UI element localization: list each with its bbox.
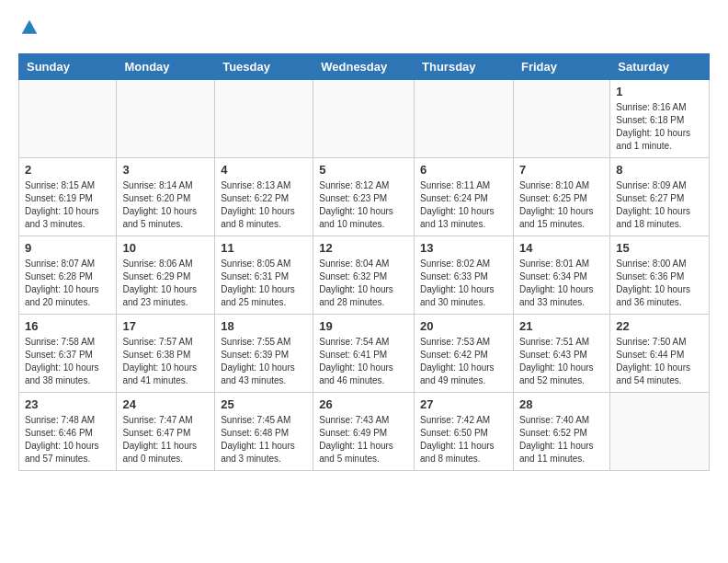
calendar-cell xyxy=(513,80,609,158)
header-sunday: Sunday xyxy=(19,54,117,80)
header-wednesday: Wednesday xyxy=(313,54,415,80)
calendar-week-3: 16Sunrise: 7:58 AM Sunset: 6:37 PM Dayli… xyxy=(19,315,710,393)
day-info: Sunrise: 7:55 AM Sunset: 6:39 PM Dayligh… xyxy=(221,336,307,387)
day-info: Sunrise: 7:40 AM Sunset: 6:52 PM Dayligh… xyxy=(519,414,604,465)
day-info: Sunrise: 7:51 AM Sunset: 6:43 PM Dayligh… xyxy=(519,336,604,387)
day-number: 18 xyxy=(221,319,307,333)
day-info: Sunrise: 7:54 AM Sunset: 6:41 PM Dayligh… xyxy=(319,336,408,387)
day-info: Sunrise: 8:05 AM Sunset: 6:31 PM Dayligh… xyxy=(221,258,307,309)
day-number: 24 xyxy=(122,397,209,411)
calendar-cell: 5Sunrise: 8:12 AM Sunset: 6:23 PM Daylig… xyxy=(313,158,415,236)
day-info: Sunrise: 8:15 AM Sunset: 6:19 PM Dayligh… xyxy=(25,179,110,231)
day-info: Sunrise: 7:58 AM Sunset: 6:37 PM Dayligh… xyxy=(25,336,110,387)
day-number: 28 xyxy=(519,397,604,411)
day-info: Sunrise: 8:12 AM Sunset: 6:23 PM Dayligh… xyxy=(319,179,408,231)
calendar-cell: 21Sunrise: 7:51 AM Sunset: 6:43 PM Dayli… xyxy=(513,315,609,393)
day-number: 3 xyxy=(122,163,209,177)
day-info: Sunrise: 8:10 AM Sunset: 6:25 PM Dayligh… xyxy=(519,179,604,231)
header-saturday: Saturday xyxy=(610,54,710,80)
day-number: 21 xyxy=(519,319,604,333)
day-info: Sunrise: 8:04 AM Sunset: 6:32 PM Dayligh… xyxy=(319,258,408,309)
calendar-cell: 20Sunrise: 7:53 AM Sunset: 6:42 PM Dayli… xyxy=(415,315,514,393)
day-info: Sunrise: 7:53 AM Sunset: 6:42 PM Dayligh… xyxy=(420,336,507,387)
day-number: 23 xyxy=(25,397,110,411)
calendar-cell xyxy=(610,393,710,471)
day-info: Sunrise: 8:01 AM Sunset: 6:34 PM Dayligh… xyxy=(519,258,604,309)
day-info: Sunrise: 7:45 AM Sunset: 6:48 PM Dayligh… xyxy=(221,414,307,465)
calendar-cell xyxy=(313,80,415,158)
day-number: 10 xyxy=(122,241,209,255)
header-thursday: Thursday xyxy=(415,54,514,80)
calendar-cell: 4Sunrise: 8:13 AM Sunset: 6:22 PM Daylig… xyxy=(215,158,313,236)
day-number: 20 xyxy=(420,319,507,333)
header-monday: Monday xyxy=(117,54,215,80)
calendar-cell: 7Sunrise: 8:10 AM Sunset: 6:25 PM Daylig… xyxy=(513,158,609,236)
calendar-cell: 11Sunrise: 8:05 AM Sunset: 6:31 PM Dayli… xyxy=(215,236,313,315)
day-info: Sunrise: 7:47 AM Sunset: 6:47 PM Dayligh… xyxy=(122,414,209,465)
calendar-week-1: 2Sunrise: 8:15 AM Sunset: 6:19 PM Daylig… xyxy=(19,158,710,236)
logo xyxy=(18,18,39,37)
calendar-cell: 6Sunrise: 8:11 AM Sunset: 6:24 PM Daylig… xyxy=(415,158,514,236)
day-number: 6 xyxy=(420,163,507,177)
calendar-cell xyxy=(117,80,215,158)
day-info: Sunrise: 8:00 AM Sunset: 6:36 PM Dayligh… xyxy=(616,258,703,309)
calendar-table: SundayMondayTuesdayWednesdayThursdayFrid… xyxy=(18,53,710,471)
calendar-week-2: 9Sunrise: 8:07 AM Sunset: 6:28 PM Daylig… xyxy=(19,236,710,315)
calendar-cell: 10Sunrise: 8:06 AM Sunset: 6:29 PM Dayli… xyxy=(117,236,215,315)
calendar-header-row: SundayMondayTuesdayWednesdayThursdayFrid… xyxy=(19,54,710,80)
day-number: 27 xyxy=(420,397,507,411)
day-number: 8 xyxy=(616,163,703,177)
calendar-cell: 23Sunrise: 7:48 AM Sunset: 6:46 PM Dayli… xyxy=(19,393,117,471)
calendar-cell: 17Sunrise: 7:57 AM Sunset: 6:38 PM Dayli… xyxy=(117,315,215,393)
calendar-cell xyxy=(415,80,514,158)
calendar-cell: 25Sunrise: 7:45 AM Sunset: 6:48 PM Dayli… xyxy=(215,393,313,471)
day-number: 4 xyxy=(221,163,307,177)
calendar-week-4: 23Sunrise: 7:48 AM Sunset: 6:46 PM Dayli… xyxy=(19,393,710,471)
calendar-cell: 2Sunrise: 8:15 AM Sunset: 6:19 PM Daylig… xyxy=(19,158,117,236)
day-info: Sunrise: 7:43 AM Sunset: 6:49 PM Dayligh… xyxy=(319,414,408,465)
day-info: Sunrise: 7:57 AM Sunset: 6:38 PM Dayligh… xyxy=(122,336,209,387)
day-number: 9 xyxy=(25,241,110,255)
calendar-cell: 22Sunrise: 7:50 AM Sunset: 6:44 PM Dayli… xyxy=(610,315,710,393)
calendar-cell: 27Sunrise: 7:42 AM Sunset: 6:50 PM Dayli… xyxy=(415,393,514,471)
day-info: Sunrise: 7:48 AM Sunset: 6:46 PM Dayligh… xyxy=(25,414,110,465)
day-number: 14 xyxy=(519,241,604,255)
day-number: 17 xyxy=(122,319,209,333)
day-info: Sunrise: 8:02 AM Sunset: 6:33 PM Dayligh… xyxy=(420,258,507,309)
calendar-cell: 16Sunrise: 7:58 AM Sunset: 6:37 PM Dayli… xyxy=(19,315,117,393)
calendar-cell: 13Sunrise: 8:02 AM Sunset: 6:33 PM Dayli… xyxy=(415,236,514,315)
day-number: 16 xyxy=(25,319,110,333)
day-number: 26 xyxy=(319,397,408,411)
day-number: 1 xyxy=(616,85,703,98)
calendar-cell: 9Sunrise: 8:07 AM Sunset: 6:28 PM Daylig… xyxy=(19,236,117,315)
day-number: 11 xyxy=(221,241,307,255)
calendar-cell: 8Sunrise: 8:09 AM Sunset: 6:27 PM Daylig… xyxy=(610,158,710,236)
day-number: 2 xyxy=(25,163,110,177)
day-number: 15 xyxy=(616,241,703,255)
header-tuesday: Tuesday xyxy=(215,54,313,80)
day-info: Sunrise: 8:14 AM Sunset: 6:20 PM Dayligh… xyxy=(122,179,209,231)
calendar-cell: 28Sunrise: 7:40 AM Sunset: 6:52 PM Dayli… xyxy=(513,393,609,471)
calendar-cell xyxy=(215,80,313,158)
svg-marker-0 xyxy=(22,20,38,34)
calendar-cell xyxy=(19,80,117,158)
day-info: Sunrise: 8:07 AM Sunset: 6:28 PM Dayligh… xyxy=(25,258,110,309)
day-number: 12 xyxy=(319,241,408,255)
day-info: Sunrise: 7:50 AM Sunset: 6:44 PM Dayligh… xyxy=(616,336,703,387)
calendar-cell: 15Sunrise: 8:00 AM Sunset: 6:36 PM Dayli… xyxy=(610,236,710,315)
day-info: Sunrise: 8:16 AM Sunset: 6:18 PM Dayligh… xyxy=(616,101,703,153)
calendar-cell: 26Sunrise: 7:43 AM Sunset: 6:49 PM Dayli… xyxy=(313,393,415,471)
calendar-cell: 19Sunrise: 7:54 AM Sunset: 6:41 PM Dayli… xyxy=(313,315,415,393)
day-number: 5 xyxy=(319,163,408,177)
calendar-week-0: 1Sunrise: 8:16 AM Sunset: 6:18 PM Daylig… xyxy=(19,80,710,158)
calendar-cell: 14Sunrise: 8:01 AM Sunset: 6:34 PM Dayli… xyxy=(513,236,609,315)
day-info: Sunrise: 8:06 AM Sunset: 6:29 PM Dayligh… xyxy=(122,258,209,309)
day-number: 13 xyxy=(420,241,507,255)
calendar-cell: 1Sunrise: 8:16 AM Sunset: 6:18 PM Daylig… xyxy=(610,80,710,158)
calendar-cell: 24Sunrise: 7:47 AM Sunset: 6:47 PM Dayli… xyxy=(117,393,215,471)
calendar-cell: 12Sunrise: 8:04 AM Sunset: 6:32 PM Dayli… xyxy=(313,236,415,315)
calendar-cell: 3Sunrise: 8:14 AM Sunset: 6:20 PM Daylig… xyxy=(117,158,215,236)
day-number: 19 xyxy=(319,319,408,333)
day-number: 22 xyxy=(616,319,703,333)
header-friday: Friday xyxy=(513,54,609,80)
